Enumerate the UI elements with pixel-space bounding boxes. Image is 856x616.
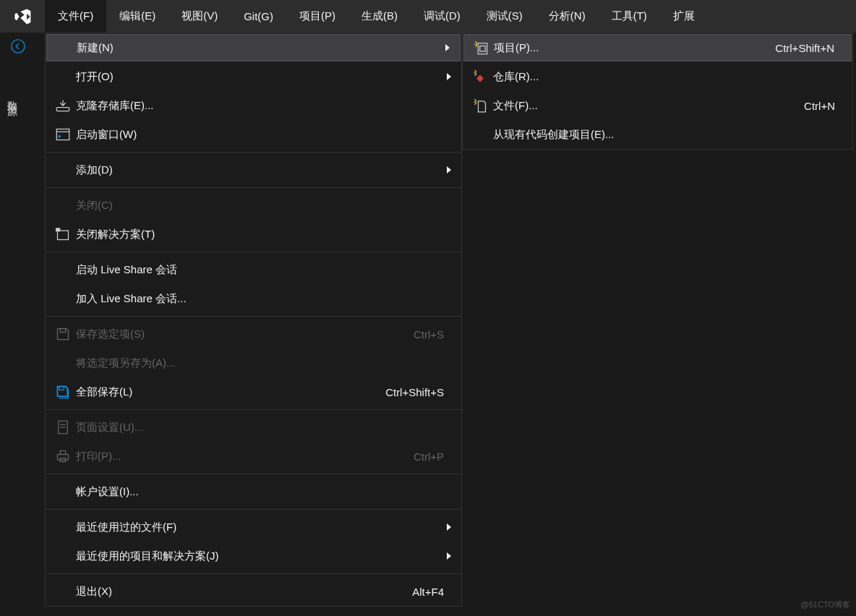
menuitem-recent-projects[interactable]: 最近使用的项目和解决方案(J) bbox=[46, 542, 461, 570]
menuitem-save-selected: 保存选定项(S) Ctrl+S bbox=[46, 320, 461, 348]
svg-point-0 bbox=[12, 39, 25, 52]
shortcut-label: Alt+F4 bbox=[412, 586, 444, 598]
separator bbox=[46, 509, 461, 510]
file-dropdown: 新建(N) 打开(O) 克隆存储库(E)... 启动窗口(W) 添加(D) 关闭… bbox=[45, 33, 462, 607]
menuitem-print: 打印(P)... Ctrl+P bbox=[46, 442, 461, 471]
menuitem-clone-repo[interactable]: 克隆存储库(E)... bbox=[46, 91, 461, 120]
menu-tools[interactable]: 工具(T) bbox=[599, 0, 660, 33]
back-icon[interactable] bbox=[10, 38, 26, 56]
separator bbox=[46, 252, 461, 252]
menuitem-label: 启动 Live Share 会话 bbox=[76, 263, 451, 277]
menuitem-close: 关闭(C) bbox=[46, 191, 461, 220]
menuitem-label: 项目(P)... bbox=[494, 41, 775, 55]
window-icon bbox=[56, 127, 76, 142]
menuitem-label: 退出(X) bbox=[76, 585, 412, 599]
menuitem-label: 打印(P)... bbox=[76, 450, 414, 463]
menu-project[interactable]: 项目(P) bbox=[286, 0, 348, 33]
menuitem-close-solution[interactable]: 关闭解决方案(T) bbox=[46, 220, 461, 249]
menuitem-join-liveshare[interactable]: 加入 Live Share 会话... bbox=[46, 284, 461, 313]
print-icon bbox=[56, 449, 76, 463]
menuitem-new-project[interactable]: 项目(P)... Ctrl+Shift+N bbox=[463, 34, 852, 61]
submenu-arrow-icon bbox=[447, 523, 451, 531]
menuitem-label: 最近使用过的文件(F) bbox=[76, 521, 451, 534]
menubar: 文件(F) 编辑(E) 视图(V) Git(G) 项目(P) 生成(B) 调试(… bbox=[0, 0, 856, 33]
separator bbox=[46, 187, 461, 188]
save-all-icon bbox=[56, 385, 76, 399]
new-submenu: 项目(P)... Ctrl+Shift+N 仓库(R)... 文件(F)... … bbox=[462, 33, 853, 150]
menuitem-label: 全部保存(L) bbox=[76, 385, 385, 399]
shortcut-label: Ctrl+P bbox=[414, 450, 444, 463]
menuitem-label: 保存选定项(S) bbox=[76, 328, 414, 341]
save-icon bbox=[56, 327, 76, 341]
menu-analyze[interactable]: 分析(N) bbox=[536, 0, 599, 33]
shortcut-label: Ctrl+N bbox=[804, 100, 835, 112]
page-setup-icon bbox=[56, 420, 76, 435]
menuitem-new-file[interactable]: 文件(F)... Ctrl+N bbox=[463, 91, 852, 120]
menuitem-label: 页面设置(U)... bbox=[76, 421, 451, 435]
new-repo-icon bbox=[473, 69, 493, 84]
menuitem-exit[interactable]: 退出(X) Alt+F4 bbox=[46, 577, 461, 606]
watermark: @51CTO博客 bbox=[801, 599, 850, 610]
menuitem-add[interactable]: 添加(D) bbox=[46, 155, 461, 184]
clone-icon bbox=[56, 98, 76, 113]
svg-rect-12 bbox=[58, 455, 69, 461]
separator bbox=[46, 573, 461, 574]
menu-view[interactable]: 视图(V) bbox=[168, 0, 231, 33]
menuitem-label: 将选定项另存为(A)... bbox=[76, 356, 451, 370]
menuitem-label: 仓库(R)... bbox=[493, 70, 842, 84]
menu-edit[interactable]: 编辑(E) bbox=[106, 0, 168, 33]
menuitem-label: 关闭(C) bbox=[76, 199, 451, 213]
submenu-arrow-icon bbox=[447, 552, 451, 560]
menuitem-start-window[interactable]: 启动窗口(W) bbox=[46, 120, 461, 149]
svg-rect-5 bbox=[58, 231, 69, 240]
menuitem-label: 打开(O) bbox=[76, 70, 451, 84]
side-tab-datasources[interactable]: 数据源 bbox=[0, 87, 23, 107]
menu-build[interactable]: 生成(B) bbox=[348, 0, 411, 33]
separator bbox=[46, 152, 461, 153]
menuitem-label: 启动窗口(W) bbox=[76, 128, 451, 142]
menu-extensions[interactable]: 扩展 bbox=[660, 0, 708, 33]
separator bbox=[46, 409, 461, 410]
shortcut-label: Ctrl+Shift+S bbox=[385, 386, 444, 398]
new-project-icon bbox=[474, 40, 494, 55]
menuitem-label: 最近使用的项目和解决方案(J) bbox=[76, 549, 451, 563]
menuitem-account-settings[interactable]: 帐户设置(I)... bbox=[46, 477, 461, 506]
svg-rect-16 bbox=[480, 46, 486, 52]
menuitem-label: 新建(N) bbox=[77, 41, 450, 55]
menu-git[interactable]: Git(G) bbox=[231, 0, 286, 33]
submenu-arrow-icon bbox=[447, 166, 451, 174]
menuitem-label: 加入 Live Share 会话... bbox=[76, 292, 451, 306]
shortcut-label: Ctrl+S bbox=[414, 328, 444, 341]
shortcut-label: Ctrl+Shift+N bbox=[775, 42, 834, 54]
menuitem-save-selected-as: 将选定项另存为(A)... bbox=[46, 348, 461, 377]
close-solution-icon bbox=[56, 227, 76, 241]
menu-test[interactable]: 测试(S) bbox=[474, 0, 536, 33]
menuitem-start-liveshare[interactable]: 启动 Live Share 会话 bbox=[46, 255, 461, 284]
menuitem-label: 文件(F)... bbox=[493, 99, 804, 113]
svg-rect-6 bbox=[56, 228, 60, 231]
new-file-icon bbox=[473, 98, 493, 113]
svg-rect-13 bbox=[60, 451, 66, 455]
menuitem-label: 克隆存储库(E)... bbox=[76, 99, 451, 113]
svg-rect-7 bbox=[60, 329, 66, 333]
menuitem-label: 关闭解决方案(T) bbox=[76, 228, 451, 241]
menuitem-new-repo[interactable]: 仓库(R)... bbox=[463, 62, 852, 91]
submenu-arrow-icon bbox=[445, 44, 450, 51]
app-logo bbox=[0, 0, 45, 33]
menuitem-new[interactable]: 新建(N) bbox=[46, 34, 461, 61]
menu-file[interactable]: 文件(F) bbox=[45, 0, 106, 33]
separator bbox=[46, 316, 461, 317]
menuitem-label: 帐户设置(I)... bbox=[76, 485, 451, 499]
menuitem-save-all[interactable]: 全部保存(L) Ctrl+Shift+S bbox=[46, 377, 461, 406]
svg-point-4 bbox=[58, 135, 61, 138]
menuitem-recent-files[interactable]: 最近使用过的文件(F) bbox=[46, 513, 461, 542]
svg-rect-1 bbox=[56, 108, 69, 111]
submenu-arrow-icon bbox=[447, 73, 451, 80]
menuitem-label: 添加(D) bbox=[76, 163, 451, 177]
menuitem-from-existing[interactable]: 从现有代码创建项目(E)... bbox=[463, 120, 852, 149]
menuitem-page-setup: 页面设置(U)... bbox=[46, 413, 461, 442]
svg-rect-2 bbox=[56, 129, 69, 140]
menu-debug[interactable]: 调试(D) bbox=[411, 0, 474, 33]
menuitem-open[interactable]: 打开(O) bbox=[46, 62, 461, 91]
menuitem-label: 从现有代码创建项目(E)... bbox=[493, 128, 842, 142]
